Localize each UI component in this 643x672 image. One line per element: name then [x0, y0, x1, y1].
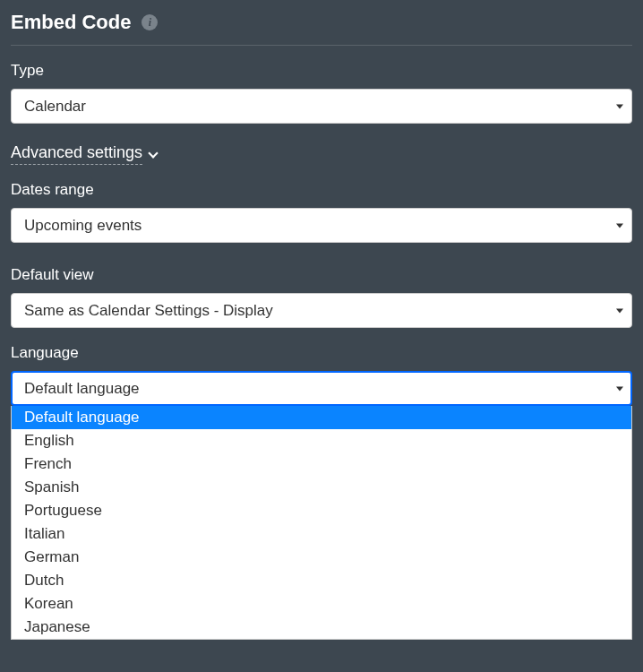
type-label: Type	[11, 62, 632, 80]
language-select[interactable]: Default language	[11, 371, 632, 406]
type-field-group: Type Calendar	[11, 62, 632, 124]
default-view-select[interactable]: Same as Calendar Settings - Display	[11, 293, 632, 328]
language-option-italian[interactable]: Italian	[12, 522, 631, 546]
language-option-korean[interactable]: Korean	[12, 592, 631, 616]
language-option-default[interactable]: Default language	[12, 406, 631, 429]
language-option-spanish[interactable]: Spanish	[12, 476, 631, 499]
page-title: Embed Code	[11, 11, 131, 34]
language-select-wrapper: Default language Default language Englis…	[11, 371, 632, 406]
language-option-german[interactable]: German	[12, 546, 631, 569]
language-option-english[interactable]: English	[12, 429, 631, 452]
language-label: Language	[11, 344, 632, 362]
default-view-label: Default view	[11, 266, 632, 284]
advanced-settings-toggle[interactable]: Advanced settings	[11, 143, 157, 165]
language-option-japanese[interactable]: Japanese	[12, 616, 631, 639]
language-group: Language Default language Default langua…	[11, 344, 632, 406]
type-select[interactable]: Calendar	[11, 89, 632, 124]
dates-range-group: Dates range Upcoming events	[11, 181, 632, 243]
info-icon[interactable]: i	[141, 14, 158, 30]
language-option-french[interactable]: French	[12, 452, 631, 476]
dates-range-select[interactable]: Upcoming events	[11, 208, 632, 243]
default-view-group: Default view Same as Calendar Settings -…	[11, 266, 632, 328]
default-view-select-wrapper: Same as Calendar Settings - Display	[11, 293, 632, 328]
language-dropdown-list: Default language English French Spanish …	[11, 406, 632, 640]
advanced-settings-label: Advanced settings	[11, 143, 142, 165]
panel-header: Embed Code i	[11, 11, 632, 46]
chevron-down-icon	[148, 148, 158, 158]
language-option-dutch[interactable]: Dutch	[12, 569, 631, 592]
dates-range-select-wrapper: Upcoming events	[11, 208, 632, 243]
type-select-wrapper: Calendar	[11, 89, 632, 124]
language-option-portuguese[interactable]: Portuguese	[12, 499, 631, 522]
dates-range-label: Dates range	[11, 181, 632, 199]
